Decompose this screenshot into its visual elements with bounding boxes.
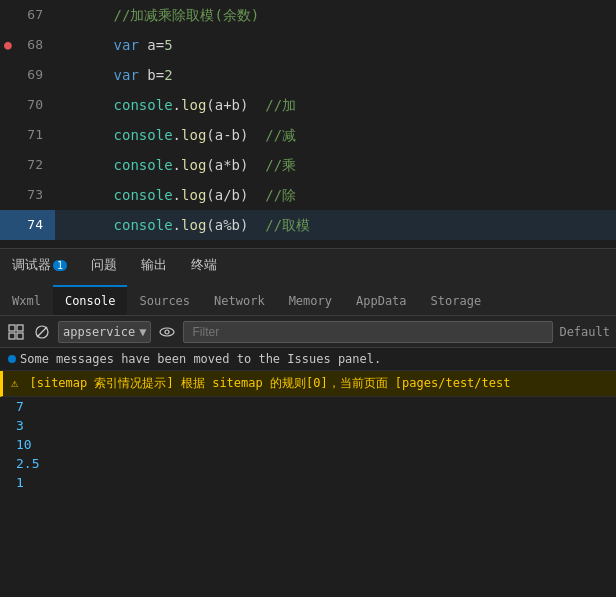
console-value-3: 3 (0, 416, 616, 435)
line-number-67: 67 (0, 0, 55, 30)
dropdown-arrow-icon: ▼ (139, 325, 146, 339)
tab-network[interactable]: Network (202, 285, 277, 315)
toolbar-output[interactable]: 输出 (137, 254, 171, 276)
console-warning-message: ⚠ [sitemap 索引情况提示] 根据 sitemap 的规则[0]，当前页… (0, 371, 616, 397)
filter-input[interactable] (183, 321, 553, 343)
tab-appdata[interactable]: AppData (344, 285, 419, 315)
code-line-75: 75 (0, 240, 616, 248)
moved-message-text: Some messages have been moved to the Iss… (20, 352, 381, 366)
line-number-72: 72 (0, 150, 55, 180)
console-toolbar: appservice ▼ Default (0, 316, 616, 348)
line-number-75: 75 (0, 240, 55, 248)
devtools-main: Wxml Console Sources Network Memory AppD… (0, 280, 616, 597)
console-value-10: 10 (0, 435, 616, 454)
tabs-bar: Wxml Console Sources Network Memory AppD… (0, 280, 616, 316)
tab-memory[interactable]: Memory (277, 285, 344, 315)
appservice-selector[interactable]: appservice ▼ (58, 321, 151, 343)
toolbar-debugger[interactable]: 调试器 (8, 254, 71, 276)
tab-storage[interactable]: Storage (419, 285, 494, 315)
eye-icon[interactable] (157, 322, 177, 342)
line-number-68[interactable]: 68 (0, 30, 55, 60)
console-value-1: 1 (0, 473, 616, 492)
svg-rect-1 (17, 325, 23, 331)
svg-rect-0 (9, 325, 15, 331)
block-icon[interactable] (32, 322, 52, 342)
toolbar-issues[interactable]: 问题 (87, 254, 121, 276)
inspect-icon[interactable] (6, 322, 26, 342)
line-content-74: console.log(a%b) //取模 (55, 180, 310, 248)
console-value-7: 7 (0, 397, 616, 416)
default-label: Default (559, 325, 610, 339)
tab-console[interactable]: Console (53, 285, 128, 315)
svg-point-6 (160, 328, 174, 336)
console-moved-message: Some messages have been moved to the Iss… (0, 348, 616, 371)
svg-line-5 (37, 327, 47, 337)
tab-wxml[interactable]: Wxml (0, 285, 53, 315)
line-number-73: 73 (0, 180, 55, 210)
console-output[interactable]: Some messages have been moved to the Iss… (0, 348, 616, 597)
blue-dot-icon (8, 355, 16, 363)
console-value-2_5: 2.5 (0, 454, 616, 473)
warning-icon: ⚠ (11, 376, 18, 390)
svg-rect-3 (17, 333, 23, 339)
warning-text: [sitemap 索引情况提示] 根据 sitemap 的规则[0]，当前页面 … (29, 376, 510, 390)
line-number-69: 69 (0, 60, 55, 90)
appservice-label: appservice (63, 325, 135, 339)
code-line-74: 74 console.log(a%b) //取模 (0, 210, 616, 240)
line-number-74: 74 (0, 210, 55, 240)
code-editor: 67 //加减乘除取模(余数) 68 var a=5 69 var b=2 70… (0, 0, 616, 248)
devtools-toolbar: 调试器 问题 输出 终端 (0, 248, 616, 280)
svg-rect-2 (9, 333, 15, 339)
tab-sources[interactable]: Sources (127, 285, 202, 315)
line-number-70: 70 (0, 90, 55, 120)
line-number-71: 71 (0, 120, 55, 150)
svg-point-7 (165, 330, 169, 334)
toolbar-terminal[interactable]: 终端 (187, 254, 221, 276)
